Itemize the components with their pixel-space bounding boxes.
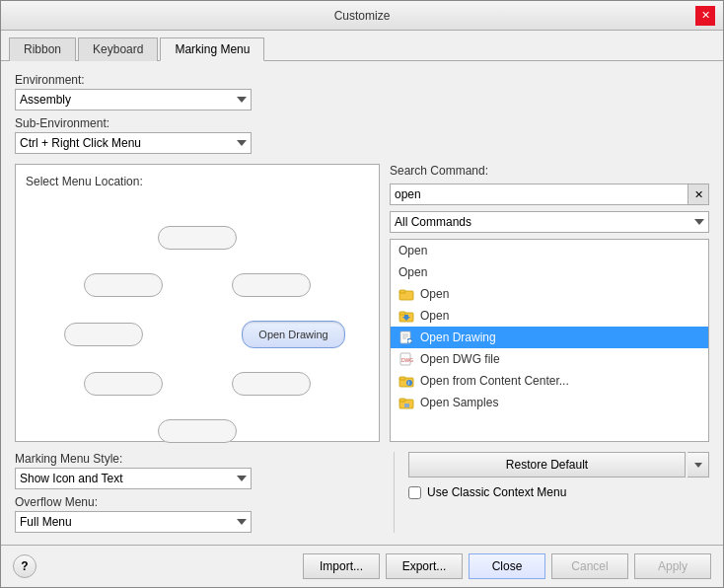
menu-location-area: Open Drawing bbox=[26, 198, 369, 431]
environment-combo[interactable]: Assembly Part Drawing Presentation bbox=[15, 89, 252, 110]
sub-environment-group: Sub-Environment: Ctrl + Right Click Menu… bbox=[15, 116, 709, 154]
vertical-divider bbox=[394, 452, 395, 533]
classic-context-checkbox[interactable] bbox=[408, 486, 421, 499]
folder-arrow-icon bbox=[398, 308, 414, 324]
svg-text:DWG: DWG bbox=[401, 357, 413, 363]
menu-slots-container: Open Drawing bbox=[49, 216, 345, 413]
tab-keyboard[interactable]: Keyboard bbox=[78, 37, 158, 61]
filter-combo[interactable]: All Commands Ribbon Commands Keyboard Co… bbox=[390, 211, 709, 233]
commands-list: Open Open Open bbox=[390, 239, 709, 442]
classic-context-label: Use Classic Context Menu bbox=[427, 485, 566, 499]
search-box: ✕ bbox=[390, 184, 709, 205]
command-item-open4[interactable]: Open bbox=[391, 305, 708, 327]
sub-environment-combo[interactable]: Ctrl + Right Click Menu Right Click Menu bbox=[15, 132, 252, 154]
export-button[interactable]: Export... bbox=[386, 553, 463, 579]
customize-dialog: Customize ✕ Ribbon Keyboard Marking Menu… bbox=[0, 0, 724, 588]
folder-icon bbox=[398, 286, 414, 302]
svg-rect-3 bbox=[399, 312, 405, 315]
search-label: Search Command: bbox=[390, 164, 709, 178]
svg-rect-1 bbox=[399, 290, 405, 293]
slot-left[interactable] bbox=[64, 323, 143, 346]
command-item-open-samples[interactable]: Open Samples bbox=[391, 392, 708, 413]
restore-default-button[interactable]: Restore Default bbox=[408, 452, 686, 478]
svg-rect-14 bbox=[399, 377, 405, 380]
style-combo[interactable]: Show Icon and Text Show Icon Only Show T… bbox=[15, 468, 252, 489]
sub-environment-label: Sub-Environment: bbox=[15, 116, 709, 130]
dwg-icon: DWG bbox=[398, 351, 414, 367]
import-button[interactable]: Import... bbox=[303, 553, 380, 579]
close-button[interactable]: Close bbox=[469, 553, 545, 579]
slot-top-left[interactable] bbox=[84, 273, 163, 297]
menu-location-label: Select Menu Location: bbox=[26, 175, 369, 188]
footer-buttons: Import... Export... Close Cancel Apply bbox=[303, 553, 711, 579]
command-item-open-content[interactable]: i Open from Content Center... bbox=[391, 370, 708, 392]
title-bar: Customize ✕ bbox=[1, 1, 723, 31]
bottom-right-section: Restore Default Use Classic Context Menu bbox=[408, 452, 709, 533]
command-item-open-drawing[interactable]: Open Drawing bbox=[391, 327, 708, 348]
help-button[interactable]: ? bbox=[13, 554, 36, 578]
command-item-open1[interactable]: Open bbox=[391, 240, 708, 261]
bottom-section: Marking Menu Style: Show Icon and Text S… bbox=[15, 452, 709, 533]
environment-group: Environment: Assembly Part Drawing Prese… bbox=[15, 73, 709, 110]
commands-panel: Search Command: ✕ All Commands Ribbon Co… bbox=[390, 164, 709, 442]
tabs-bar: Ribbon Keyboard Marking Menu bbox=[1, 31, 723, 61]
style-label: Marking Menu Style: bbox=[15, 452, 380, 466]
style-group: Marking Menu Style: Show Icon and Text S… bbox=[15, 452, 380, 489]
close-title-button[interactable]: ✕ bbox=[695, 6, 715, 26]
overflow-combo[interactable]: Full Menu Partial Menu No Menu bbox=[15, 511, 252, 533]
command-item-open3[interactable]: Open bbox=[391, 283, 708, 305]
menu-location-panel: Select Menu Location: Open Drawing bbox=[15, 164, 380, 442]
tab-ribbon[interactable]: Ribbon bbox=[9, 37, 76, 61]
cancel-button[interactable]: Cancel bbox=[551, 553, 628, 579]
overflow-label: Overflow Menu: bbox=[15, 495, 380, 509]
chevron-down-icon bbox=[694, 463, 702, 468]
command-item-open-dwg[interactable]: DWG Open DWG file bbox=[391, 348, 708, 370]
search-clear-button[interactable]: ✕ bbox=[688, 184, 709, 205]
search-input[interactable] bbox=[390, 184, 688, 205]
apply-button[interactable]: Apply bbox=[634, 553, 711, 579]
bottom-left-section: Marking Menu Style: Show Icon and Text S… bbox=[15, 452, 380, 533]
restore-row: Restore Default bbox=[408, 452, 709, 478]
slot-bottom-right[interactable] bbox=[232, 372, 311, 396]
main-section: Select Menu Location: Open Drawing bbox=[15, 164, 709, 442]
slot-bottom-left[interactable] bbox=[84, 372, 163, 396]
svg-rect-18 bbox=[399, 399, 405, 402]
restore-dropdown-button[interactable] bbox=[688, 452, 709, 478]
footer: ? Import... Export... Close Cancel Apply bbox=[1, 545, 723, 587]
dialog-body: Environment: Assembly Part Drawing Prese… bbox=[1, 61, 723, 545]
slot-right[interactable]: Open Drawing bbox=[242, 321, 345, 348]
dialog-title: Customize bbox=[29, 9, 695, 23]
content-center-icon: i bbox=[398, 373, 414, 389]
samples-icon bbox=[398, 395, 414, 410]
tab-marking-menu[interactable]: Marking Menu bbox=[160, 37, 264, 61]
slot-top-right[interactable] bbox=[232, 273, 311, 297]
slot-bottom[interactable] bbox=[158, 419, 237, 443]
svg-rect-19 bbox=[404, 404, 409, 407]
environment-label: Environment: bbox=[15, 73, 709, 87]
slot-top[interactable] bbox=[158, 226, 237, 250]
open-drawing-icon bbox=[398, 330, 414, 345]
command-item-open2[interactable]: Open bbox=[391, 261, 708, 283]
classic-context-row: Use Classic Context Menu bbox=[408, 485, 709, 499]
overflow-group: Overflow Menu: Full Menu Partial Menu No… bbox=[15, 495, 380, 533]
